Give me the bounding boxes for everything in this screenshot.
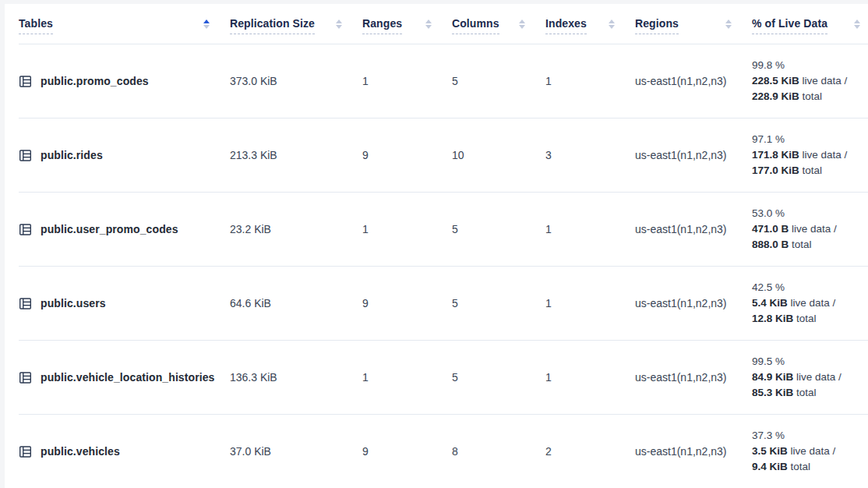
sort-icon[interactable]	[725, 19, 732, 29]
total-data-size: 12.8 KiB total	[752, 311, 862, 327]
table-row: public.user_promo_codes 23.2 KiB 1 5 1 u…	[19, 193, 868, 267]
table-name-cell: public.vehicle_location_histories	[19, 371, 230, 384]
column-header-indexes[interactable]: Indexes	[545, 13, 635, 34]
column-header-label: Replication Size	[230, 17, 315, 34]
total-data-size: 228.9 KiB total	[752, 89, 862, 104]
table-icon	[19, 75, 32, 88]
replication-size-cell: 64.6 KiB	[230, 297, 362, 309]
sort-icon[interactable]	[609, 19, 615, 29]
live-data-cell: 99.8 % 228.5 KiB live data / 228.9 KiB t…	[752, 58, 868, 104]
replication-size-cell: 136.3 KiB	[230, 371, 362, 384]
column-header-label: Ranges	[362, 17, 402, 34]
replication-size-cell: 23.2 KiB	[230, 223, 362, 235]
columns-cell: 5	[452, 371, 545, 384]
table-name-link[interactable]: public.user_promo_codes	[41, 223, 178, 235]
ranges-cell: 1	[362, 75, 452, 87]
live-data-percent: 99.5 %	[752, 354, 862, 370]
table-name-link[interactable]: public.vehicles	[41, 445, 120, 458]
ranges-cell: 9	[362, 149, 452, 161]
live-data-size: 171.8 KiB live data /	[752, 147, 862, 163]
indexes-cell: 3	[545, 149, 635, 161]
table-icon	[19, 297, 32, 310]
sort-icon[interactable]	[425, 19, 432, 29]
sort-icon[interactable]	[203, 19, 210, 29]
columns-cell: 10	[452, 149, 545, 161]
replication-size-cell: 37.0 KiB	[230, 445, 362, 458]
table-row: public.vehicle_location_histories 136.3 …	[19, 341, 868, 415]
live-data-percent: 42.5 %	[752, 280, 862, 295]
live-data-size: 3.5 KiB live data /	[752, 444, 862, 459]
live-data-size: 5.4 KiB live data /	[752, 295, 862, 311]
indexes-cell: 1	[545, 75, 635, 87]
table-name-cell: public.rides	[19, 149, 230, 162]
indexes-cell: 1	[545, 223, 635, 235]
live-data-percent: 99.8 %	[752, 58, 862, 73]
table-row: public.rides 213.3 KiB 9 10 3 us-east1(n…	[19, 118, 868, 193]
ranges-cell: 9	[362, 445, 452, 458]
regions-cell: us-east1(n1,n2,n3)	[635, 445, 752, 458]
regions-cell: us-east1(n1,n2,n3)	[635, 75, 752, 87]
replication-size-cell: 373.0 KiB	[230, 75, 362, 87]
live-data-cell: 99.5 % 84.9 KiB live data / 85.3 KiB tot…	[752, 354, 868, 401]
indexes-cell: 1	[545, 297, 635, 309]
ranges-cell: 1	[362, 371, 452, 384]
total-data-size: 85.3 KiB total	[752, 385, 862, 401]
tables-table: Tables Replication Size Ranges Columns I…	[5, 4, 868, 488]
column-header-replication-size[interactable]: Replication Size	[230, 13, 362, 34]
table-name-cell: public.promo_codes	[19, 75, 230, 88]
table-row: public.users 64.6 KiB 9 5 1 us-east1(n1,…	[19, 267, 868, 341]
table-name-cell: public.users	[19, 297, 230, 310]
live-data-percent: 97.1 %	[752, 132, 862, 147]
table-name-link[interactable]: public.users	[41, 297, 106, 309]
sort-icon[interactable]	[854, 19, 860, 29]
table-icon	[19, 149, 32, 162]
column-header-label: % of Live Data	[752, 17, 827, 34]
column-header-ranges[interactable]: Ranges	[362, 13, 452, 34]
live-data-percent: 53.0 %	[752, 206, 862, 221]
live-data-cell: 37.3 % 3.5 KiB live data / 9.4 KiB total	[752, 428, 868, 475]
ranges-cell: 9	[362, 297, 452, 309]
table-row: public.vehicles 37.0 KiB 9 8 2 us-east1(…	[19, 415, 868, 488]
columns-cell: 5	[452, 297, 545, 309]
sort-icon[interactable]	[519, 19, 525, 29]
column-header-tables[interactable]: Tables	[19, 13, 230, 34]
live-data-size: 471.0 B live data /	[752, 221, 862, 237]
table-icon	[19, 371, 32, 384]
table-name-link[interactable]: public.promo_codes	[41, 75, 149, 87]
tables-panel: Tables Replication Size Ranges Columns I…	[5, 4, 868, 488]
column-header-regions[interactable]: Regions	[635, 13, 752, 34]
regions-cell: us-east1(n1,n2,n3)	[635, 223, 752, 235]
replication-size-cell: 213.3 KiB	[230, 149, 362, 161]
live-data-size: 228.5 KiB live data /	[752, 73, 862, 89]
column-header-label: Columns	[452, 17, 499, 34]
live-data-cell: 53.0 % 471.0 B live data / 888.0 B total	[752, 206, 868, 253]
live-data-cell: 42.5 % 5.4 KiB live data / 12.8 KiB tota…	[752, 280, 868, 327]
live-data-percent: 37.3 %	[752, 428, 862, 444]
table-row: public.promo_codes 373.0 KiB 1 5 1 us-ea…	[19, 44, 868, 118]
regions-cell: us-east1(n1,n2,n3)	[635, 371, 752, 384]
regions-cell: us-east1(n1,n2,n3)	[635, 149, 752, 161]
total-data-size: 177.0 KiB total	[752, 163, 862, 179]
ranges-cell: 1	[362, 223, 452, 235]
indexes-cell: 1	[545, 371, 635, 384]
table-name-link[interactable]: public.vehicle_location_histories	[41, 371, 214, 384]
regions-cell: us-east1(n1,n2,n3)	[635, 297, 752, 309]
indexes-cell: 2	[545, 445, 635, 458]
columns-cell: 5	[452, 75, 545, 87]
table-icon	[19, 445, 32, 458]
column-header-label: Tables	[19, 17, 53, 34]
table-header-row: Tables Replication Size Ranges Columns I…	[19, 4, 868, 44]
column-header-columns[interactable]: Columns	[452, 13, 545, 34]
table-name-link[interactable]: public.rides	[41, 149, 103, 161]
live-data-size: 84.9 KiB live data /	[752, 370, 862, 385]
column-header-label: Indexes	[545, 17, 587, 34]
live-data-cell: 97.1 % 171.8 KiB live data / 177.0 KiB t…	[752, 132, 868, 179]
columns-cell: 5	[452, 223, 545, 235]
table-name-cell: public.user_promo_codes	[19, 223, 230, 236]
table-icon	[19, 223, 32, 236]
table-name-cell: public.vehicles	[19, 445, 230, 458]
column-header-live-data[interactable]: % of Live Data	[752, 13, 868, 34]
sort-icon[interactable]	[336, 19, 342, 29]
column-header-label: Regions	[635, 17, 679, 34]
total-data-size: 888.0 B total	[752, 237, 862, 253]
